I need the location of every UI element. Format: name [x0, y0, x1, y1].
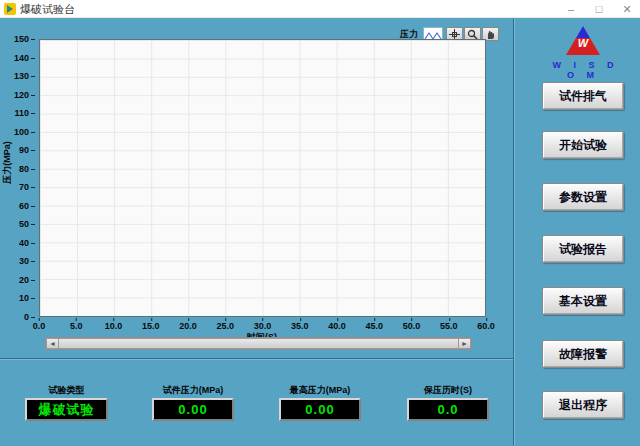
- specimen-pressure-label: 试件压力(MPa): [152, 384, 234, 396]
- x-tick-label: 45.0: [365, 321, 383, 331]
- close-button[interactable]: ✕: [620, 2, 634, 16]
- x-axis-tick-labels: 0.05.010.015.020.025.030.035.040.045.050…: [39, 318, 486, 331]
- main-panel: 压力 150140130120110100908070605040302: [0, 18, 640, 446]
- window-controls: –□✕: [564, 0, 634, 18]
- y-tick-label: 150: [14, 34, 36, 44]
- max-pressure-label: 最高压力(MPa): [279, 384, 361, 396]
- status-field-specimen-pressure: 试件压力(MPa)0.00: [152, 384, 234, 421]
- y-tick-label: 20: [19, 275, 36, 285]
- hold-time-display: 0.0: [407, 398, 489, 421]
- logo-text: W I S D O M: [542, 60, 624, 80]
- test-type-label: 试验类型: [25, 384, 108, 396]
- parameter-settings-button[interactable]: 参数设置: [542, 183, 624, 211]
- y-tick-label: 140: [14, 53, 36, 63]
- logo-letter: W: [566, 37, 600, 49]
- y-axis-title: 压力(MPa): [1, 133, 14, 193]
- y-tick-label: 90: [19, 145, 36, 155]
- minimize-button[interactable]: –: [564, 2, 578, 16]
- y-tick-label: 120: [14, 90, 36, 100]
- y-tick-label: 130: [14, 71, 36, 81]
- x-tick-label: 35.0: [291, 321, 309, 331]
- max-pressure-display: 0.00: [279, 398, 361, 421]
- y-tick-label: 110: [14, 108, 36, 118]
- vertical-divider: [513, 18, 515, 446]
- x-tick-label: 60.0: [477, 321, 495, 331]
- y-tick-label: 10: [19, 293, 36, 303]
- specimen-pressure-display: 0.00: [152, 398, 234, 421]
- wisdom-logo: W W I S D O M: [542, 26, 624, 74]
- status-field-hold-time: 保压历时(S)0.0: [407, 384, 489, 421]
- logo-triangle-icon: W: [566, 26, 600, 55]
- y-tick-label: 60: [19, 201, 36, 211]
- x-tick-label: 10.0: [105, 321, 123, 331]
- exit-program-button[interactable]: 退出程序: [542, 391, 624, 419]
- x-tick-label: 0.0: [33, 321, 46, 331]
- y-tick-label: 70: [19, 182, 36, 192]
- status-field-test-type: 试验类型爆破试验: [25, 384, 108, 421]
- x-tick-label: 55.0: [440, 321, 458, 331]
- app-run-icon: [4, 3, 16, 15]
- x-tick-label: 5.0: [70, 321, 83, 331]
- test-type-display: 爆破试验: [25, 398, 108, 421]
- y-tick-label: 80: [19, 164, 36, 174]
- status-field-max-pressure: 最高压力(MPa)0.00: [279, 384, 361, 421]
- start-test-button[interactable]: 开始试验: [542, 131, 624, 159]
- scroll-left-arrow-icon[interactable]: ◄: [46, 338, 59, 349]
- x-tick-label: 50.0: [403, 321, 421, 331]
- title-bar: 爆破试验台 –□✕: [0, 0, 640, 18]
- hold-time-label: 保压历时(S): [407, 384, 489, 396]
- x-tick-label: 25.0: [216, 321, 234, 331]
- window-title: 爆破试验台: [20, 2, 75, 17]
- scrollbar-thumb[interactable]: [59, 338, 458, 349]
- x-tick-label: 20.0: [179, 321, 197, 331]
- y-tick-label: 30: [19, 256, 36, 266]
- scroll-right-arrow-icon[interactable]: ►: [458, 338, 471, 349]
- y-tick-label: 100: [14, 127, 36, 137]
- maximize-button[interactable]: □: [592, 2, 606, 16]
- y-tick-label: 50: [19, 219, 36, 229]
- y-tick-label: 40: [19, 238, 36, 248]
- specimen-vent-button[interactable]: 试件排气: [542, 82, 624, 110]
- chart-horizontal-scrollbar[interactable]: ◄ ►: [45, 337, 472, 350]
- x-tick-label: 40.0: [328, 321, 346, 331]
- fault-alarm-button[interactable]: 故障报警: [542, 340, 624, 368]
- test-report-button[interactable]: 试验报告: [542, 235, 624, 263]
- chart-plot-area[interactable]: [39, 39, 486, 317]
- basic-settings-button[interactable]: 基本设置: [542, 287, 624, 315]
- horizontal-divider: [0, 358, 513, 360]
- x-tick-label: 30.0: [254, 321, 272, 331]
- x-tick-label: 15.0: [142, 321, 160, 331]
